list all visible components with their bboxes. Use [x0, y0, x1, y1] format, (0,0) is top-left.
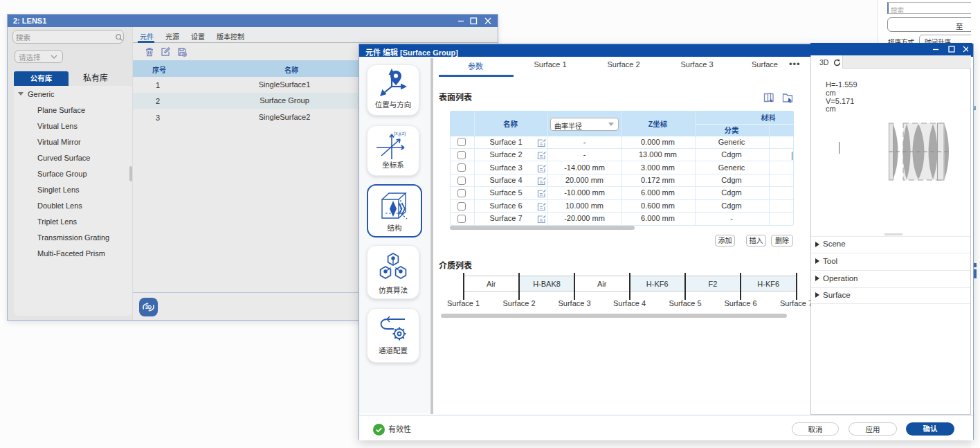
svg-text:3D: 3D	[145, 304, 152, 310]
